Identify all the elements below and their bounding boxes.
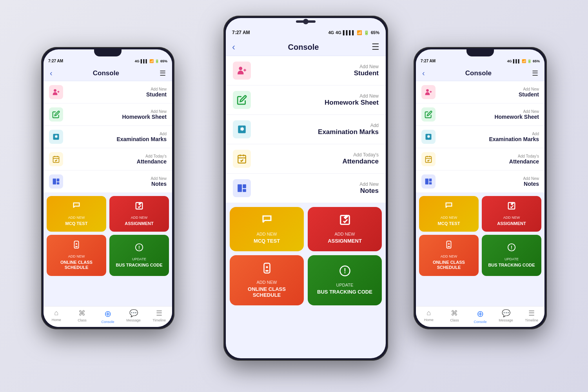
notes-icon-left: [49, 174, 63, 189]
nav-class-right[interactable]: ⌘ Class: [442, 309, 468, 324]
online-class-icon-left: [72, 240, 81, 251]
homework-text-center: Add New Homework Sheet: [256, 93, 379, 107]
nav-console-right[interactable]: ⊕ Console: [467, 309, 493, 324]
student-icon-center: [233, 62, 251, 80]
assignment-btn-right[interactable]: Add New ASSIGNMENT: [482, 196, 541, 232]
svg-text:!: !: [344, 267, 346, 275]
menu-item-exam-right[interactable]: ✱ Add Examination Marks: [416, 126, 544, 148]
nav-console-left[interactable]: ⊕ Console: [95, 309, 121, 324]
menu-item-notes-center[interactable]: Add New Notes: [226, 174, 386, 203]
svg-text:!: !: [511, 244, 512, 250]
svg-point-15: [76, 243, 77, 245]
nav-message-left[interactable]: 💬 Message: [121, 309, 147, 324]
time-right: 7:27 AM: [421, 59, 436, 63]
svg-text:✱: ✱: [54, 134, 58, 139]
bus-tracking-btn-left[interactable]: ! Update BUS TRACKING CODE: [109, 235, 169, 276]
bottom-nav-right: ⌂ Home ⌘ Class ⊕ Console 💬 Message: [416, 306, 544, 327]
online-class-btn-left[interactable]: Add New ONLINE CLASS SCHEDULE: [47, 235, 106, 276]
bus-icon-center: !: [339, 265, 351, 279]
time-left: 7:27 AM: [48, 59, 63, 63]
menu-item-exam-center[interactable]: ✱ Add Examination Marks: [226, 115, 386, 144]
svg-point-33: [266, 266, 268, 268]
online-class-btn-center[interactable]: Add New ONLINE CLASS SCHEDULE: [230, 255, 304, 305]
attendance-icon-right: [421, 152, 436, 166]
action-grid-center: Add New MCQ TEST Add New ASSIGNMENT: [226, 203, 386, 309]
mcq-btn-center[interactable]: Add New MCQ TEST: [230, 207, 304, 251]
menu-button-left[interactable]: ☰: [160, 69, 166, 78]
nav-home-left[interactable]: ⌂ Home: [44, 309, 69, 324]
mcq-icon-center: [261, 214, 273, 229]
menu-item-homework-right[interactable]: Add New Homework Sheet: [416, 103, 544, 126]
phones-container: 7:27 AM 4G ▌▌▌ 📶 🔋 65% ‹ Console ☰: [20, 8, 568, 384]
menu-item-student-center[interactable]: Add New Student: [226, 56, 386, 85]
action-grid-left: Add New MCQ TEST Add New ASSIGNMENT: [44, 193, 172, 279]
app-title-center: Console: [288, 43, 319, 52]
menu-item-student-left[interactable]: Add New Student: [44, 81, 172, 103]
phone-right: 7:27 AM 4G ▌▌▌ 📶 🔋 65% ‹ Console ☰: [414, 47, 547, 329]
attendance-text-right: Add Today's Attendance: [440, 154, 539, 165]
exam-icon-center: ✱: [233, 120, 251, 138]
svg-text:!: !: [138, 244, 140, 250]
homework-icon-right: [421, 107, 436, 122]
menu-item-exam-left[interactable]: ✱ Add Examination Marks: [44, 126, 172, 148]
menu-item-homework-left[interactable]: Add New Homework Sheet: [44, 103, 172, 126]
app-title-right: Console: [465, 69, 492, 77]
menu-list-right: Add New Student Add New: [416, 81, 544, 193]
menu-list-left: Add New Student Add New: [44, 81, 172, 193]
menu-button-right[interactable]: ☰: [532, 69, 538, 78]
nav-class-left[interactable]: ⌘ Class: [69, 309, 95, 324]
phone-center: 7:27 AM 4G 4G ▌▌▌▌ 📶 🔋 65% ‹ Console ☰: [223, 16, 388, 361]
nav-home-right[interactable]: ⌂ Home: [416, 309, 442, 324]
menu-item-attendance-center[interactable]: Add Today's Attendance: [226, 144, 386, 174]
exam-icon-left: ✱: [49, 130, 63, 144]
status-icons-center: 4G 4G ▌▌▌▌ 📶 🔋 65%: [328, 30, 379, 35]
menu-item-attendance-right[interactable]: Add Today's Attendance: [416, 148, 544, 171]
assignment-icon-center: [339, 214, 351, 229]
nav-timeline-right[interactable]: ☰ Timeline: [519, 309, 544, 324]
svg-rect-14: [75, 246, 78, 247]
menu-item-attendance-left[interactable]: Add Today's Attendance: [44, 148, 172, 171]
assignment-btn-left[interactable]: Add New ASSIGNMENT: [109, 196, 169, 232]
svg-rect-45: [425, 179, 428, 185]
back-button-right[interactable]: ‹: [422, 69, 425, 78]
back-button-left[interactable]: ‹: [50, 69, 53, 78]
homework-icon-left: [49, 107, 63, 122]
svg-rect-41: [426, 156, 432, 162]
student-icon-left: [49, 85, 63, 99]
notes-icon-right: [421, 174, 436, 189]
svg-point-36: [426, 89, 429, 92]
bottom-nav-left: ⌂ Home ⌘ Class ⊕ Console 💬 Message: [44, 306, 172, 327]
notes-icon-center: [233, 179, 251, 197]
bus-icon-left: !: [135, 243, 143, 254]
svg-point-51: [448, 243, 450, 245]
menu-item-notes-right[interactable]: Add New Notes: [416, 171, 544, 193]
bus-tracking-btn-right[interactable]: ! Update BUS TRACKING CODE: [482, 235, 541, 276]
svg-rect-32: [265, 270, 269, 272]
status-icons-left: 4G ▌▌▌ 📶 🔋 65%: [135, 59, 167, 63]
online-class-btn-right[interactable]: Add New ONLINE CLASS SCHEDULE: [419, 235, 479, 276]
mcq-btn-left[interactable]: Add New MCQ TEST: [47, 196, 106, 232]
student-text-right: Add New Student: [440, 87, 539, 98]
bus-tracking-btn-center[interactable]: ! Update BUS TRACKING CODE: [308, 255, 382, 305]
menu-button-center[interactable]: ☰: [372, 42, 379, 52]
menu-item-homework-center[interactable]: Add New Homework Sheet: [226, 85, 386, 115]
back-button-center[interactable]: ‹: [232, 42, 235, 53]
app-title-left: Console: [93, 69, 119, 77]
nav-timeline-left[interactable]: ☰ Timeline: [146, 309, 172, 324]
mcq-btn-right[interactable]: Add New MCQ TEST: [419, 196, 479, 232]
attendance-icon-left: [49, 152, 63, 166]
attendance-text-center: Add Today's Attendance: [256, 152, 379, 165]
bus-icon-right: !: [507, 243, 516, 254]
nav-message-right[interactable]: 💬 Message: [493, 309, 519, 324]
assignment-btn-center[interactable]: Add New ASSIGNMENT: [308, 207, 382, 251]
menu-item-notes-left[interactable]: Add New Notes: [44, 171, 172, 193]
mcq-icon-left: [72, 201, 81, 212]
svg-text:✱: ✱: [240, 126, 244, 132]
student-icon-right: [421, 85, 436, 99]
svg-rect-27: [238, 184, 242, 192]
svg-rect-28: [243, 184, 246, 188]
phone-left: 7:27 AM 4G ▌▌▌ 📶 🔋 65% ‹ Console ☰: [41, 47, 174, 329]
menu-item-student-right[interactable]: Add New Student: [416, 81, 544, 103]
app-header-left: ‹ Console ☰: [44, 65, 172, 81]
app-header-right: ‹ Console ☰: [416, 65, 544, 81]
